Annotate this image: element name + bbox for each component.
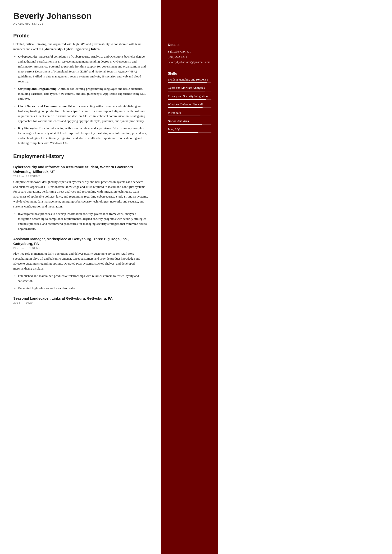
candidate-name: Beverly Johansson — [13, 11, 148, 21]
skill-bar-background — [168, 99, 211, 100]
job-title: Seasonal Landscaper, Links at Gettysburg… — [13, 296, 148, 301]
profile-intro: Detailed, critical-thinking, and organiz… — [13, 42, 148, 52]
skill-label: Privacy and Security Integration — [168, 94, 211, 98]
job-entry: Assistant Manager, Marketplace at Gettys… — [13, 237, 148, 291]
job-entry: Seasonal Landscaper, Links at Gettysburg… — [13, 296, 148, 304]
profile-bold-text: Cybersecurity / Cyber Engineering Intern — [42, 47, 99, 51]
skill-item: Java, SQL — [168, 127, 211, 133]
sidebar-skills-heading: Skills — [168, 71, 211, 75]
skill-label: Norton Antivirus — [168, 119, 211, 123]
skill-bar-background — [168, 132, 211, 133]
job-description: Complete coursework designed by experts … — [13, 180, 148, 209]
job-title: Assistant Manager, Marketplace at Gettys… — [13, 237, 148, 246]
job-bullets: Established and maintained productive re… — [13, 274, 148, 291]
main-content: Beverly Johansson ACADEMIC SKILLS Profil… — [0, 0, 161, 554]
sidebar: Details Salt Lake City, UT (801) 272-123… — [161, 0, 218, 554]
skill-label: Java, SQL — [168, 127, 211, 131]
list-item: Generated high sales, as well as add-on … — [18, 286, 148, 291]
job-dates: 2018 — 2020 — [13, 301, 148, 304]
sidebar-email: beverlykjohansson@gmsmail.com — [168, 59, 211, 65]
profile-intro-end: . — [99, 47, 100, 51]
skill-bar-fill — [168, 124, 202, 125]
skill-bar-fill — [168, 116, 201, 116]
skill-bar-background — [168, 116, 211, 116]
skill-label: WireShark — [168, 111, 211, 115]
skill-item: Cyber and Malware Analytics — [168, 86, 211, 91]
sidebar-phone: (801) 272-1234 — [168, 54, 211, 59]
skill-bar-background — [168, 91, 211, 91]
bullet-label: Cybersecurity: — [18, 55, 38, 58]
skills-list: Incident Handling and Response Cyber and… — [168, 78, 211, 133]
list-item: Investigated best practices to develop i… — [18, 212, 148, 231]
job-dates: 2020 — PRESENT — [13, 247, 148, 249]
sidebar-details-heading: Details — [168, 43, 211, 47]
skill-label: Windows Defender Firewall — [168, 103, 211, 106]
list-item: Key Strengths: Excel at interfacing with… — [18, 126, 148, 146]
skill-bar-fill — [168, 107, 203, 108]
sidebar-skills: Skills Incident Handling and Response Cy… — [168, 71, 211, 133]
profile-heading: Profile — [13, 33, 148, 39]
job-bullets: Investigated best practices to develop i… — [13, 212, 148, 231]
skill-bar-fill — [168, 83, 207, 83]
bullet-text: Successful completion of Cybersecurity A… — [18, 55, 146, 83]
skill-item: Norton Antivirus — [168, 119, 211, 125]
list-item: Scripting and Programming: Aptitude for … — [18, 86, 148, 101]
skill-item: Privacy and Security Integration — [168, 94, 211, 100]
job-title: Cybersecurity and Information Assurance … — [13, 165, 148, 174]
skill-item: Windows Defender Firewall — [168, 103, 211, 108]
skill-bar-background — [168, 107, 211, 108]
email-link[interactable]: beverlykjohansson@gmsmail.com — [168, 60, 210, 64]
skill-item: Incident Handling and Response — [168, 78, 211, 83]
job-dates: 2022 — PRESENT — [13, 175, 148, 178]
skill-bar-fill — [168, 99, 206, 100]
sidebar-details: Details Salt Lake City, UT (801) 272-123… — [168, 43, 211, 65]
bullet-label: Scripting and Programming: — [18, 87, 58, 90]
skill-bar-fill — [168, 91, 205, 91]
bullet-label: Key Strengths: — [18, 126, 38, 130]
skill-bar-background — [168, 124, 211, 125]
list-item: Client Service and Communication: Talent… — [18, 104, 148, 124]
list-item: Established and maintained productive re… — [18, 274, 148, 284]
skill-label: Cyber and Malware Analytics — [168, 86, 211, 90]
skill-bar-background — [168, 83, 211, 83]
bullet-label: Client Service and Communication: — [18, 104, 67, 108]
sidebar-city: Salt Lake City, UT — [168, 49, 211, 54]
skill-bar-fill — [168, 132, 198, 133]
profile-bullets: Cybersecurity: Successful completion of … — [13, 54, 148, 146]
job-description: Play key role in managing daily operatio… — [13, 251, 148, 271]
skill-label: Incident Handling and Response — [168, 78, 211, 82]
job-entry: Cybersecurity and Information Assurance … — [13, 165, 148, 231]
employment-heading: Employment History — [13, 153, 148, 159]
list-item: Cybersecurity: Successful completion of … — [18, 54, 148, 84]
candidate-subtitle: ACADEMIC SKILLS — [13, 22, 148, 25]
skill-item: WireShark — [168, 111, 211, 116]
